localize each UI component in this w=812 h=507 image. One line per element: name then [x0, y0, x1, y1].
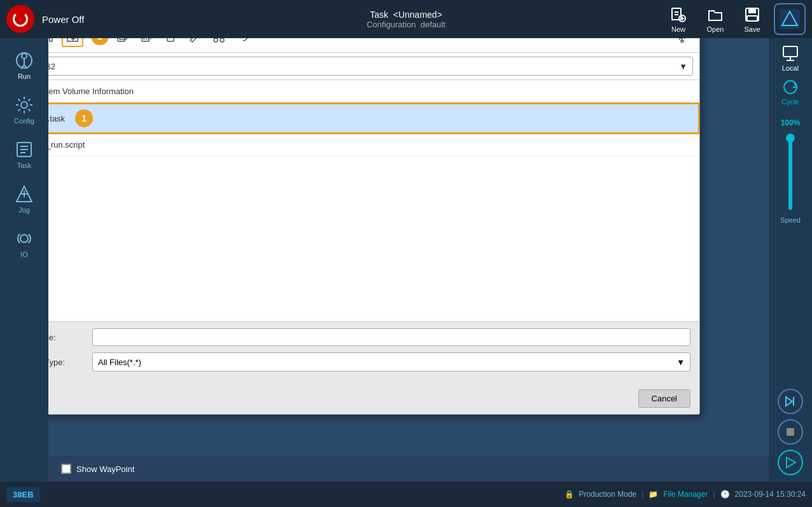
clock-icon: 🕐	[720, 490, 730, 499]
speed-percent: 100%	[781, 118, 801, 127]
svg-point-16	[21, 102, 27, 108]
filetype-value: All Files(*.*)	[98, 358, 141, 367]
svg-rect-25	[783, 46, 797, 57]
top-center-info: Task <Unnamed> Configuration default	[367, 10, 445, 29]
new-label: New	[671, 25, 685, 33]
filename-row: File Name:	[16, 328, 690, 346]
config-label: Configuration	[367, 20, 416, 29]
config-name: default	[421, 20, 445, 29]
file-item-system-volume[interactable]: 📁 System Volume Information	[7, 80, 699, 103]
filename-input[interactable]	[92, 328, 690, 346]
cancel-button[interactable]: Cancel	[638, 389, 690, 408]
save-button[interactable]: Save	[743, 6, 761, 33]
sidebar-item-task[interactable]: Task	[2, 134, 46, 175]
filetype-row: Files of Type: All Files(*.*) ▼	[16, 352, 690, 372]
address-bar: 📁 USB2 ▼	[7, 53, 699, 80]
file-item-mm-run-script[interactable]: 📋 mm_run.script	[7, 134, 699, 156]
status-right: 🔒 Production Mode | 📁 File Manager | 🕐 2…	[564, 490, 806, 499]
datetime-label: 2023-09-14 15:30:24	[735, 490, 806, 499]
power-off-button[interactable]	[6, 5, 34, 33]
task-name: <Unnamed>	[393, 10, 442, 20]
svg-rect-30	[787, 428, 794, 436]
open-button[interactable]: Open	[706, 6, 724, 33]
speed-fill	[788, 134, 792, 210]
status-separator-2: |	[713, 490, 715, 499]
sidebar-config-label: Config	[14, 117, 34, 125]
file-item-mm-task[interactable]: 📋 mm.task 1	[7, 103, 699, 134]
dialog-bottom: File Name: Files of Type: All Files(*.*)…	[7, 322, 699, 384]
dialog-actions: Cancel	[7, 384, 699, 414]
new-button[interactable]: New	[669, 6, 687, 33]
left-sidebar: Run Config Task Jog IO	[0, 38, 48, 482]
task-line: Task <Unnamed>	[367, 10, 445, 20]
skip-button[interactable]	[778, 389, 803, 414]
power-off-label: Power Off	[42, 14, 84, 25]
speed-label: Speed	[780, 216, 801, 224]
svg-rect-7	[749, 8, 755, 13]
production-mode-label: Production Mode	[579, 490, 637, 499]
top-icons: New Open Save	[669, 6, 761, 33]
status-separator-1: |	[641, 490, 643, 499]
open-label: Open	[707, 25, 724, 33]
speed-track[interactable]	[788, 134, 792, 210]
status-bar: 38EB 🔒 Production Mode | 📁 File Manager …	[0, 482, 812, 507]
svg-point-41	[214, 38, 218, 42]
app-logo	[774, 3, 806, 35]
production-mode-icon: 🔒	[564, 490, 574, 499]
sidebar-run-label: Run	[18, 73, 31, 80]
sidebar-io-label: IO	[20, 251, 28, 258]
filetype-chevron-icon: ▼	[676, 358, 685, 367]
save-label: Save	[744, 25, 760, 33]
play-button[interactable]	[778, 450, 803, 475]
local-button[interactable]: Local	[771, 45, 809, 72]
right-bottom-buttons	[778, 389, 803, 482]
file-manager-icon: 📁	[648, 490, 658, 499]
sidebar-jog-label: Jog	[18, 206, 30, 214]
sidebar-item-io[interactable]: IO	[2, 223, 46, 264]
cycle-button[interactable]: Cycle	[771, 78, 809, 106]
svg-point-24	[20, 235, 28, 242]
address-chevron-icon: ▼	[679, 62, 687, 71]
task-label: Task	[370, 10, 388, 20]
sidebar-item-jog[interactable]: Jog	[2, 178, 46, 219]
stop-button[interactable]	[778, 419, 803, 445]
svg-point-12	[22, 53, 27, 59]
config-line: Configuration default	[367, 20, 445, 29]
sidebar-item-run[interactable]: Run	[2, 45, 46, 86]
top-bar: Power Off Task <Unnamed> Configuration d…	[0, 0, 812, 38]
dialog-overlay: ✕ File Manager	[0, 0, 812, 507]
svg-marker-28	[786, 397, 792, 406]
file-manager-dialog: ✕ File Manager	[6, 1, 700, 415]
svg-rect-8	[747, 16, 757, 21]
eb-badge: 38EB	[6, 487, 40, 502]
speed-thumb	[786, 134, 795, 142]
sidebar-item-config[interactable]: Config	[2, 89, 46, 130]
speed-slider-area: 100% Speed	[769, 112, 812, 389]
filetype-select[interactable]: All Files(*.*) ▼	[92, 352, 690, 372]
svg-marker-31	[787, 457, 795, 468]
file-manager-status-label: File Manager	[663, 490, 708, 499]
step-badge-1: 1	[75, 109, 93, 127]
right-sidebar: Local Cycle 100% Speed	[769, 38, 812, 482]
cycle-label: Cycle	[781, 98, 799, 106]
local-label: Local	[782, 64, 799, 72]
address-input[interactable]: USB2 ▼	[28, 57, 693, 76]
file-list[interactable]: 📁 System Volume Information 📋 mm.task 1 …	[7, 80, 699, 322]
svg-point-42	[220, 38, 224, 42]
sidebar-task-label: Task	[17, 162, 32, 169]
